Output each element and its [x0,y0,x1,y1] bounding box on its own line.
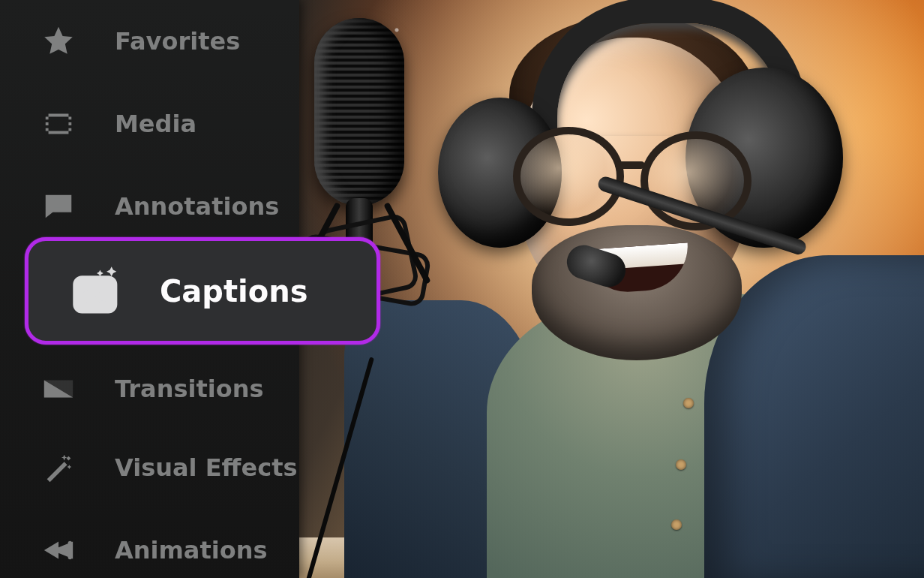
wand-icon [40,449,77,486]
sidebar-item-label: Annotations [115,192,279,221]
video-preview [299,0,924,578]
app-root: Favorites Media a Annotations [0,0,924,578]
sidebar-item-captions[interactable]: CC Captions [25,237,380,345]
star-icon [40,23,77,60]
sidebar-item-label: Animations [115,536,268,564]
sidebar-item-visual-effects[interactable]: Visual Effects [0,426,299,509]
sidebar-item-media[interactable]: Media [0,83,299,165]
svg-text:a: a [56,200,61,209]
captions-icon: CC [70,264,124,318]
svg-text:CC: CC [82,286,108,306]
annotation-icon: a [40,188,77,225]
filmstrip-icon [40,105,77,143]
sidebar-item-label: Visual Effects [115,453,298,482]
sidebar-item-label: Media [115,110,196,138]
sidebar-item-annotations[interactable]: a Annotations [0,165,299,248]
sidebar-item-label: Transitions [115,375,264,403]
svg-point-3 [68,555,72,559]
svg-point-2 [68,541,72,545]
sidebar-item-animations[interactable]: Animations [0,509,299,578]
animations-icon [40,531,77,569]
sidebar-item-label: Captions [160,274,308,309]
sidebar-item-favorites[interactable]: Favorites [0,0,299,83]
transitions-icon [40,370,77,408]
sidebar-item-transitions[interactable]: Transitions [0,351,299,426]
sidebar-item-label: Favorites [115,27,240,56]
